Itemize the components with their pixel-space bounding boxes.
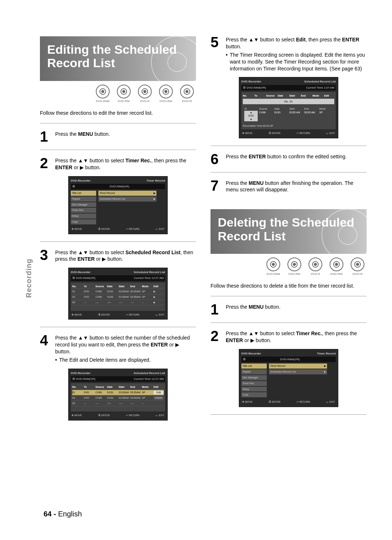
- step-number: 5: [211, 36, 221, 72]
- step-number: 4: [40, 334, 51, 364]
- disc-type-icons-2: DVD-RAM DVD-RW DVD-R DVD+RW DVD+R: [211, 257, 367, 276]
- section1-title-box: Editing the Scheduled Record List: [40, 36, 196, 81]
- disc-icon: DVD-RAM: [264, 257, 282, 276]
- step-text: Press the ENTER button to confirm the ed…: [226, 153, 367, 165]
- step-number: 1: [40, 131, 51, 142]
- disc-icon: DVD-RW: [115, 85, 133, 103]
- left-column: Editing the Scheduled Record List DVD-RA…: [40, 36, 196, 428]
- divider: [211, 322, 367, 323]
- step-number: 6: [211, 153, 221, 165]
- osd-scheduled-list: DVD-Recorder Scheduled Record List ⦿ DVD…: [68, 268, 168, 320]
- section2-intro: Follow these directions to delete a titl…: [211, 283, 367, 289]
- divider: [211, 172, 367, 172]
- step-4: 4 Press the ▲▼ button to select the numb…: [40, 334, 196, 364]
- disc-icon: DVD+RW: [157, 85, 175, 103]
- disc-icon: DVD-R: [306, 257, 324, 276]
- disc-icon: DVD+R: [348, 257, 367, 276]
- step-1: 1 Press the MENU button.: [40, 131, 196, 142]
- divider: [40, 327, 196, 327]
- disc-type-icons-1: DVD-RAM DVD-RW DVD-R DVD+RW DVD+R: [40, 85, 196, 103]
- step-text: Press the MENU button.: [55, 131, 196, 142]
- divider: [211, 146, 367, 146]
- divider: [211, 414, 367, 415]
- disc-icon: DVD-RAM: [94, 85, 112, 103]
- osd-timer-record-menu: DVD-Recorder Timer Record ⦿DVD-RAM(VR) T…: [68, 176, 168, 234]
- section2-title-box: Deleting the Scheduled Record List: [211, 209, 367, 254]
- step-text: Press the ▲▼ button to select Scheduled …: [55, 249, 196, 263]
- step-text: Press the MENU button after finishing th…: [226, 180, 367, 194]
- step-2: 2 Press the ▲▼ button to select Timer Re…: [40, 157, 196, 171]
- step-text: Press the ▲▼ button to select Timer Rec.…: [55, 157, 196, 171]
- disc-icon: DVD+RW: [327, 257, 346, 276]
- divider: [40, 123, 196, 123]
- page-footer: 64 - English: [44, 510, 82, 518]
- osd-timer-record-menu-2: DVD-Recorder Timer Record ⦿DVD-RAM(VR) T…: [239, 349, 338, 407]
- step-text: Press the ▲▼ button to select Timer Rec.…: [226, 330, 367, 344]
- step-number: 3: [40, 249, 51, 263]
- right-column: 5 Press the ▲▼ button to select Edit, th…: [211, 36, 367, 428]
- step-3: 3 Press the ▲▼ button to select Schedule…: [40, 249, 196, 263]
- osd-scheduled-list-edit: DVD-Recorder Scheduled Record List ⦿ DVD…: [68, 369, 168, 421]
- disc-icon: DVD+R: [178, 85, 196, 103]
- step-number: 2: [211, 330, 221, 344]
- step-6: 6 Press the ENTER button to confirm the …: [211, 153, 367, 165]
- step-number: 2: [40, 157, 51, 171]
- osd-edit-entry: DVD-Recorder Scheduled Record List ⦿ DVD…: [239, 77, 338, 138]
- sec2-step-2: 2 Press the ▲▼ button to select Timer Re…: [211, 330, 367, 344]
- step-text: Press the ▲▼ button to select the number…: [55, 334, 196, 364]
- side-tab-recording: Recording: [25, 259, 33, 298]
- section1-intro: Follow these directions to edit the time…: [40, 110, 196, 116]
- step-number: 7: [211, 180, 221, 194]
- divider: [211, 296, 367, 296]
- step-text: Press the ▲▼ button to select Edit, then…: [226, 36, 367, 72]
- disc-icon: DVD-RW: [285, 257, 303, 276]
- sec2-step-1: 1 Press the MENU button.: [211, 304, 367, 315]
- divider: [40, 150, 196, 150]
- divider: [40, 241, 196, 242]
- step-number: 1: [211, 304, 221, 315]
- step-text: Press the MENU button.: [226, 304, 367, 315]
- disc-icon: DVD-R: [136, 85, 154, 103]
- step-5: 5 Press the ▲▼ button to select Edit, th…: [211, 36, 367, 72]
- step-7: 7 Press the MENU button after finishing …: [211, 180, 367, 194]
